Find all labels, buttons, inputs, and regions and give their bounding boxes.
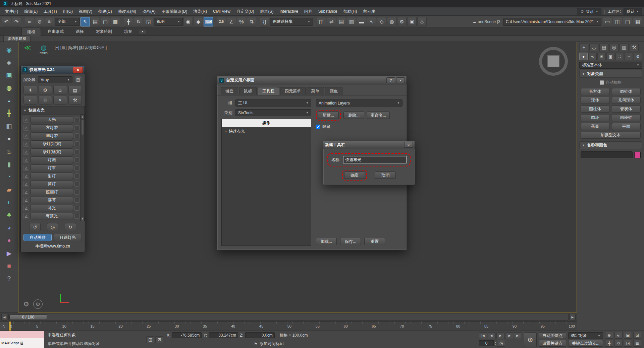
redo-icon[interactable]: ↷ <box>12 17 21 26</box>
object-type-button[interactable]: 圆环 <box>581 114 610 121</box>
edit-named-sets-icon[interactable]: {} <box>260 17 269 26</box>
only-lights-button[interactable]: 只选灯光 <box>54 234 82 241</box>
pan-icon[interactable]: ╋ <box>605 340 613 347</box>
modify-tab-icon[interactable]: ◡ <box>589 43 598 51</box>
current-frame-value[interactable]: 0 <box>479 340 494 346</box>
object-type-rollout-header[interactable]: ▼ 对象类型 <box>579 70 642 78</box>
light-item-option-box[interactable] <box>74 214 79 219</box>
fov-icon[interactable]: ◲ <box>624 340 632 347</box>
light-item-button[interactable]: 灯罩 <box>31 164 73 171</box>
ribbon-subtab-polygon-modeling[interactable]: 多边形建模 <box>3 36 31 42</box>
hierarchy-tab-icon[interactable]: ▤ <box>599 43 608 51</box>
object-type-button[interactable]: 管状体 <box>612 106 641 113</box>
window-crossing-icon[interactable]: ▩ <box>111 17 120 26</box>
render-setup-icon[interactable]: ⚙ <box>397 17 407 26</box>
helpers-category-icon[interactable]: ∷ <box>615 53 624 60</box>
zoom-region-icon[interactable]: ⊡ <box>633 332 641 339</box>
light-item-button[interactable]: 穹顶光 <box>31 213 73 219</box>
shapes-category-icon[interactable]: ∿ <box>588 53 597 60</box>
customize-tab[interactable]: 颜色 <box>325 87 342 95</box>
scroll-down-icon[interactable]: ▼ <box>80 217 85 221</box>
menu-item[interactable]: 内容 <box>301 7 315 16</box>
action-list[interactable]: 操作 ◔ 快速布光 <box>221 119 311 246</box>
render-production-icon[interactable]: ♨ <box>417 17 427 26</box>
pointer-circle-icon[interactable]: ◉ <box>3 44 15 55</box>
select-and-move-icon[interactable]: ╋ <box>124 17 133 26</box>
orbit-icon[interactable]: ↻ <box>614 340 623 347</box>
menu-item[interactable]: 组(G) <box>60 7 76 16</box>
auto-link-button[interactable]: 自动关联 <box>23 234 52 241</box>
menu-item[interactable]: 留云库 <box>360 7 378 16</box>
motion-tab-icon[interactable]: ◎ <box>609 43 619 51</box>
menu-item[interactable]: 脚本(S) <box>257 7 276 16</box>
macro-recorder-strip[interactable] <box>0 331 44 338</box>
monitor-icon[interactable]: ▣ <box>3 69 15 81</box>
unlink-selection-icon[interactable]: ⊘ <box>35 17 44 26</box>
select-and-scale-icon[interactable]: ◲ <box>144 17 153 26</box>
set-keys-button[interactable]: ⊕ <box>524 332 537 347</box>
list-icon[interactable]: ▤ <box>68 86 82 94</box>
time-tag-button[interactable]: 添加时间标记 <box>260 341 284 347</box>
triangle-icon[interactable]: △ <box>23 133 29 139</box>
track-bar-ruler[interactable]: 0510152025303540455055606570758085909510… <box>8 322 577 331</box>
close-icon[interactable]: × <box>396 77 405 83</box>
light-item-option-box[interactable] <box>74 133 79 138</box>
cube-icon[interactable]: ◧ <box>3 120 15 132</box>
key-filters-button[interactable]: 关键点过滤器... <box>568 340 603 347</box>
next-frame-icon[interactable]: |▶ <box>505 332 513 339</box>
current-frame-spinner[interactable]: 0 ▲ ▼ <box>479 340 496 346</box>
layout-split-icon[interactable]: ◫ <box>613 17 622 26</box>
scrollbar-thumb[interactable] <box>81 120 84 135</box>
renderer-menu-icon[interactable]: ▤ <box>74 76 82 83</box>
reference-coordinate-dropdown[interactable]: 视图 ▼ <box>154 18 183 26</box>
undo-icon[interactable]: ↶ <box>2 17 11 26</box>
delete-toolbar-button[interactable]: 删除... <box>343 112 364 119</box>
geometry-category-icon[interactable]: ● <box>579 53 588 60</box>
palette-icon[interactable]: ♦ <box>3 235 15 246</box>
object-type-button[interactable]: 茶壶 <box>581 123 610 130</box>
object-type-button[interactable]: 长方体 <box>581 88 610 95</box>
align-icon[interactable]: ⇌ <box>327 17 336 26</box>
time-slider-left-arrow[interactable]: ◀ <box>1 314 7 321</box>
menu-item[interactable]: Civil View <box>210 7 233 16</box>
light-item-button[interactable]: 筒灯 <box>31 181 73 187</box>
y-coordinate-field[interactable]: 33.247cm <box>209 332 238 338</box>
scroll-up-icon[interactable]: ▲ <box>80 115 85 119</box>
object-type-button[interactable]: 平面 <box>612 123 641 130</box>
login-button[interactable]: ☺ 登录 ▼ <box>577 8 601 15</box>
menu-item[interactable]: Substance <box>315 7 340 16</box>
ribbon-tab-object-paint[interactable]: 对象绘制 <box>91 28 117 36</box>
menu-item[interactable]: 帮助(H) <box>340 7 360 16</box>
quick-light-title-bar[interactable]: 3 快速布光 3.24 × <box>21 66 85 74</box>
light-item-option-box[interactable] <box>74 190 79 195</box>
sphere-icon[interactable]: ● <box>3 133 15 144</box>
object-type-button[interactable]: 四棱锥 <box>612 114 641 121</box>
menu-item[interactable]: 视图(V) <box>76 7 95 16</box>
object-type-button[interactable]: 球体 <box>581 97 610 104</box>
x-coordinate-field[interactable]: -76.585cm <box>172 332 202 338</box>
light-item-button[interactable]: 圈灯带 <box>31 132 73 139</box>
lamp-icon[interactable]: ◍ <box>3 82 15 93</box>
mini-curve-editor-icon[interactable]: ∿ <box>0 322 8 331</box>
time-slider-right-arrow[interactable]: ▶ <box>570 314 576 321</box>
keyboard-override-icon[interactable]: ⌨ <box>204 17 213 26</box>
listener-strip[interactable]: MAXScript 迷 <box>0 338 44 348</box>
new-toolbar-title-bar[interactable]: 新建工具栏 × <box>323 141 415 149</box>
menu-item[interactable]: 创建(C) <box>95 7 115 16</box>
triangle-icon[interactable]: △ <box>23 165 29 171</box>
spacewarps-category-icon[interactable]: ≈ <box>625 53 633 60</box>
rdf3-button[interactable]: ◍ RDF3 <box>38 44 49 55</box>
select-object-icon[interactable]: ↖ <box>80 17 90 26</box>
triangle-icon[interactable]: △ <box>23 213 29 219</box>
light-item-button[interactable]: 补光 <box>31 205 73 211</box>
utilities-tab-icon[interactable]: ⚒ <box>630 43 639 51</box>
light-item-option-box[interactable] <box>74 182 79 187</box>
toolbar-name-input[interactable] <box>343 156 407 163</box>
lamp-icon[interactable]: ◎ <box>47 223 58 231</box>
close-icon[interactable]: × <box>404 142 413 148</box>
help-icon[interactable]: ? <box>386 77 395 83</box>
grid-view-icon[interactable]: ▦ <box>633 17 642 26</box>
customize-tab[interactable]: 鼠标 <box>239 87 257 95</box>
box-icon[interactable]: ■ <box>3 260 15 272</box>
selection-lock-icon[interactable]: ⊠ <box>155 336 163 343</box>
